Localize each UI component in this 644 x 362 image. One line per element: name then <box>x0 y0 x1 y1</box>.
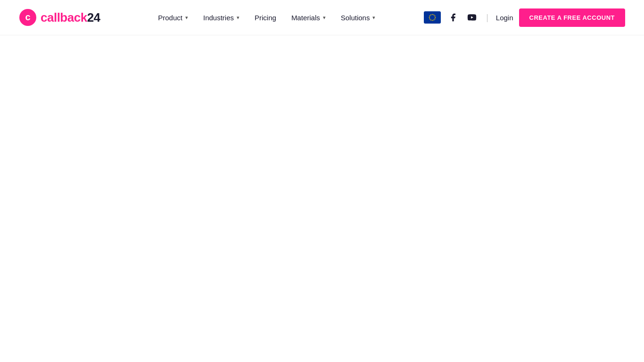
logo-text: callback24 <box>41 10 100 25</box>
nav-divider: | <box>486 13 488 23</box>
chevron-down-icon: ▾ <box>323 15 326 21</box>
main-nav: Product ▾ Industries ▾ Pricing Materials… <box>151 10 382 25</box>
nav-item-product[interactable]: Product ▾ <box>151 10 195 25</box>
svg-rect-2 <box>424 11 441 24</box>
main-content <box>0 35 644 362</box>
logo-icon: c <box>19 8 37 26</box>
site-header: c callback24 Product ▾ Industries ▾ Pric… <box>0 0 644 35</box>
nav-item-industries[interactable]: Industries ▾ <box>197 10 246 25</box>
language-selector[interactable] <box>424 11 441 24</box>
create-account-button[interactable]: CREATE A FREE ACCOUNT <box>519 8 625 27</box>
youtube-icon[interactable] <box>465 11 479 24</box>
logo-link[interactable]: c callback24 <box>19 8 100 26</box>
chevron-down-icon: ▾ <box>185 15 188 21</box>
nav-item-pricing[interactable]: Pricing <box>248 10 283 25</box>
svg-text:c: c <box>25 12 30 22</box>
header-right: | Login CREATE A FREE ACCOUNT <box>424 8 625 27</box>
chevron-down-icon: ▾ <box>237 15 239 21</box>
chevron-down-icon: ▾ <box>372 15 375 21</box>
nav-item-materials[interactable]: Materials ▾ <box>285 10 332 25</box>
login-link[interactable]: Login <box>496 14 513 22</box>
nav-item-solutions[interactable]: Solutions ▾ <box>334 10 382 25</box>
facebook-icon[interactable] <box>446 11 460 24</box>
